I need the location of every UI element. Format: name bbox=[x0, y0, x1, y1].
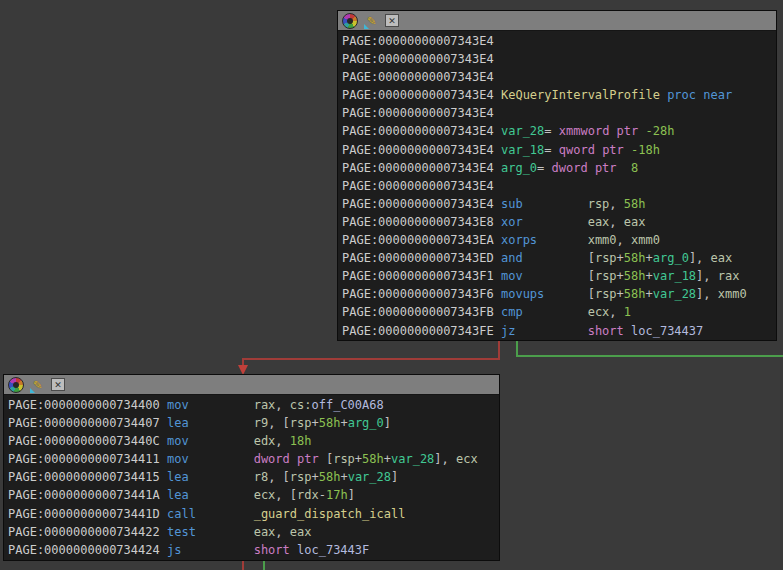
disasm-line[interactable]: PAGE:00000000007343E4 bbox=[342, 68, 776, 86]
disassembly-listing: PAGE:0000000000734400 mov rax, cs:off_C0… bbox=[4, 395, 499, 559]
node-color-wheel-icon[interactable] bbox=[8, 377, 24, 393]
edge-jump-not-taken bbox=[243, 341, 499, 366]
node-title-bar[interactable]: ✎ ✕ bbox=[4, 375, 499, 395]
disasm-line[interactable]: PAGE:00000000007343FB cmp ecx, 1 bbox=[342, 303, 776, 321]
disasm-line[interactable]: PAGE:000000000073441D call _guard_dispat… bbox=[8, 505, 499, 523]
disasm-line[interactable]: PAGE:00000000007343E4 bbox=[342, 50, 776, 68]
disasm-line[interactable]: PAGE:00000000007343F6 movups [rsp+58h+va… bbox=[342, 285, 776, 303]
disasm-line[interactable]: PAGE:00000000007343E4 KeQueryIntervalPro… bbox=[342, 86, 776, 104]
group-nodes-icon[interactable]: ✕ bbox=[51, 378, 65, 391]
edit-pencil-icon[interactable]: ✎ bbox=[364, 13, 379, 29]
node-color-wheel-icon[interactable] bbox=[342, 13, 358, 29]
disasm-line[interactable]: PAGE:00000000007343E8 xor eax, eax bbox=[342, 213, 776, 231]
disasm-line[interactable]: PAGE:00000000007343EA xorps xmm0, xmm0 bbox=[342, 231, 776, 249]
node-title-bar[interactable]: ✎ ✕ bbox=[338, 11, 776, 31]
disasm-line[interactable]: PAGE:000000000073440C mov edx, 18h bbox=[8, 432, 499, 450]
disasm-line[interactable]: PAGE:0000000000734407 lea r9, [rsp+58h+a… bbox=[8, 414, 499, 432]
disasm-line[interactable]: PAGE:00000000007343F1 mov [rsp+58h+var_1… bbox=[342, 267, 776, 285]
disasm-line[interactable]: PAGE:00000000007343E4 bbox=[342, 32, 776, 50]
disasm-line[interactable]: PAGE:0000000000734424 js short loc_73443… bbox=[8, 541, 499, 559]
graph-view-canvas[interactable]: ✎ ✕ PAGE:00000000007343E4PAGE:0000000000… bbox=[0, 0, 783, 570]
disasm-line[interactable]: PAGE:0000000000734415 lea r8, [rsp+58h+v… bbox=[8, 468, 499, 486]
disasm-line[interactable]: PAGE:00000000007343ED and [rsp+58h+arg_0… bbox=[342, 249, 776, 267]
disasm-line[interactable]: PAGE:00000000007343E4 sub rsp, 58h bbox=[342, 195, 776, 213]
disassembly-listing: PAGE:00000000007343E4PAGE:00000000007343… bbox=[338, 31, 776, 340]
basic-block-7343E4[interactable]: ✎ ✕ PAGE:00000000007343E4PAGE:0000000000… bbox=[337, 10, 777, 341]
group-nodes-icon[interactable]: ✕ bbox=[385, 14, 399, 27]
disasm-line[interactable]: PAGE:00000000007343E4 bbox=[342, 104, 776, 122]
disasm-line[interactable]: PAGE:0000000000734400 mov rax, cs:off_C0… bbox=[8, 396, 499, 414]
disasm-line[interactable]: PAGE:00000000007343E4 arg_0= dword ptr 8 bbox=[342, 159, 776, 177]
disasm-line[interactable]: PAGE:00000000007343E4 var_28= xmmword pt… bbox=[342, 122, 776, 140]
disasm-line[interactable]: PAGE:0000000000734411 mov dword ptr [rsp… bbox=[8, 450, 499, 468]
edge-jump-taken bbox=[517, 341, 783, 356]
edit-pencil-icon[interactable]: ✎ bbox=[30, 377, 45, 393]
disasm-line[interactable]: PAGE:0000000000734422 test eax, eax bbox=[8, 523, 499, 541]
disasm-line[interactable]: PAGE:00000000007343E4 var_18= qword ptr … bbox=[342, 141, 776, 159]
disasm-line[interactable]: PAGE:00000000007343E4 bbox=[342, 177, 776, 195]
basic-block-734400[interactable]: ✎ ✕ PAGE:0000000000734400 mov rax, cs:of… bbox=[3, 374, 500, 561]
disasm-line[interactable]: PAGE:00000000007343FE jz short loc_73443… bbox=[342, 322, 776, 340]
disasm-line[interactable]: PAGE:000000000073441A lea ecx, [rdx-17h] bbox=[8, 486, 499, 504]
